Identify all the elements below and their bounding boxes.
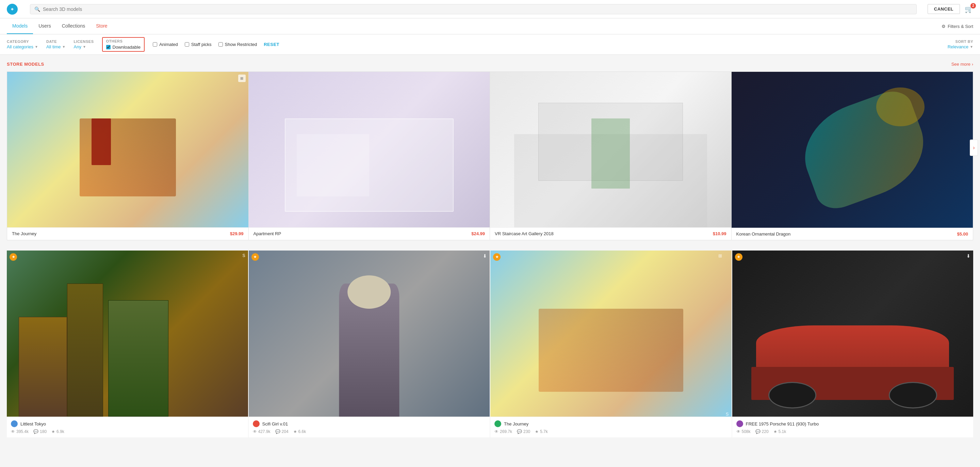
browse-model-card[interactable]: ★ ⬇ FREE 1975 Porsche 911 (930) Turbo bbox=[732, 250, 974, 438]
sort-by-label: SORT BY bbox=[956, 40, 973, 43]
date-select[interactable]: All time ▼ bbox=[46, 44, 66, 49]
browse-thumbnail: ★ ⬇ bbox=[249, 250, 490, 417]
cart-button[interactable]: 🛒 2 bbox=[965, 5, 973, 13]
downloadable-label: Downloadable bbox=[113, 45, 140, 50]
browse-info: FREE 1975 Porsche 911 (930) Turbo 👁 508k… bbox=[732, 417, 974, 437]
browse-title-row: The Journey bbox=[495, 420, 727, 427]
browse-info: Littlest Tokyo 👁 395.4k 💬 180 ★ bbox=[7, 417, 248, 437]
browse-thumbnail: ★ S bbox=[7, 250, 248, 417]
date-chevron: ▼ bbox=[62, 45, 66, 49]
tab-collections[interactable]: Collections bbox=[56, 18, 91, 34]
views-icon: 👁 bbox=[253, 429, 257, 434]
likes-count: 6.9k bbox=[56, 429, 64, 434]
grid-overlay-icon: ⊞ bbox=[238, 75, 246, 82]
animated-checkbox[interactable] bbox=[153, 42, 157, 47]
views-count: 269.7k bbox=[500, 429, 512, 434]
pro-badge: ★ bbox=[251, 253, 259, 261]
show-restricted-checkbox-row[interactable]: Show Restricted bbox=[218, 42, 257, 47]
likes-icon: ★ bbox=[773, 429, 777, 434]
downloadable-checkbox[interactable] bbox=[106, 45, 111, 49]
model-name: Apartment RP bbox=[253, 231, 282, 236]
model-thumbnail: ⊞ bbox=[7, 72, 248, 227]
filters-sort-icon: ⚙ bbox=[942, 24, 946, 29]
cart-badge: 2 bbox=[970, 3, 976, 8]
creator-avatar bbox=[11, 420, 18, 427]
views-stat: 👁 508k bbox=[737, 429, 751, 434]
filters-sort-button[interactable]: ⚙ Filters & Sort bbox=[942, 24, 973, 29]
tab-store[interactable]: Store bbox=[91, 18, 113, 34]
model-price: $5.00 bbox=[957, 231, 968, 237]
model-name: Korean Ornamental Dragon bbox=[737, 231, 791, 237]
browse-stats: 👁 508k 💬 220 ★ 5.1k bbox=[737, 429, 969, 434]
staff-picks-checkbox[interactable] bbox=[185, 42, 189, 47]
comments-stat: 💬 204 bbox=[275, 429, 288, 434]
creator-avatar bbox=[737, 420, 743, 427]
downloadable-checkbox-row[interactable]: Downloadable bbox=[106, 45, 140, 50]
staff-picks-checkbox-row[interactable]: Staff picks bbox=[185, 42, 212, 47]
tab-users[interactable]: Users bbox=[33, 18, 56, 34]
comments-icon: 💬 bbox=[756, 429, 760, 434]
model-thumbnail bbox=[732, 72, 973, 228]
licenses-chevron: ▼ bbox=[83, 45, 86, 49]
search-bar[interactable]: 🔍 bbox=[30, 4, 917, 14]
browse-stats: 👁 427.9k 💬 204 ★ 6.6k bbox=[253, 429, 486, 434]
model-thumbnail bbox=[249, 72, 490, 227]
store-model-card[interactable]: VR Staircase Art Gallery 2018 $10.99 bbox=[490, 72, 732, 240]
likes-count: 6.6k bbox=[298, 429, 306, 434]
download-icon: ⬇ bbox=[966, 253, 970, 259]
licenses-filter: LICENSES Any ▼ bbox=[73, 40, 94, 49]
views-count: 395.4k bbox=[16, 429, 29, 434]
views-stat: 👁 269.7k bbox=[495, 429, 512, 434]
comments-icon: 💬 bbox=[517, 429, 522, 434]
category-value: All categories bbox=[7, 44, 33, 49]
show-restricted-checkbox[interactable] bbox=[218, 42, 223, 47]
category-select[interactable]: All categories ▼ bbox=[7, 44, 38, 49]
licenses-label: LICENSES bbox=[73, 40, 94, 43]
cancel-button[interactable]: CANCEL bbox=[928, 4, 960, 14]
animated-checkbox-row[interactable]: Animated bbox=[153, 42, 178, 47]
category-label: CATEGORY bbox=[7, 40, 38, 43]
store-icon: S bbox=[242, 253, 245, 258]
browse-model-card[interactable]: ★ ⬇ Scifi Girl v.01 👁 427.9k bbox=[249, 250, 490, 438]
store-section-title: STORE MODELS bbox=[7, 62, 44, 67]
download-icon: ⬇ bbox=[483, 253, 487, 259]
likes-count: 5.7k bbox=[540, 429, 548, 434]
model-info: VR Staircase Art Gallery 2018 $10.99 bbox=[490, 227, 731, 240]
pro-badge: ★ bbox=[735, 253, 743, 261]
store-model-card[interactable]: Korean Ornamental Dragon $5.00 bbox=[732, 72, 973, 240]
browse-model-card[interactable]: ★ S Littlest Tokyo 👁 395.4k bbox=[7, 250, 248, 438]
reset-button[interactable]: RESET bbox=[264, 42, 279, 47]
browse-thumbnail: ★ ⬇ bbox=[732, 250, 974, 417]
browse-info: The Journey 👁 269.7k 💬 230 ★ bbox=[490, 417, 732, 437]
date-label: DATE bbox=[46, 40, 66, 43]
logo[interactable] bbox=[7, 4, 18, 14]
browse-stats: 👁 395.4k 💬 180 ★ 6.9k bbox=[11, 429, 244, 434]
staff-picks-label: Staff picks bbox=[191, 42, 212, 47]
likes-stat: ★ 5.7k bbox=[535, 429, 548, 434]
search-icon: 🔍 bbox=[34, 6, 40, 12]
licenses-select[interactable]: Any ▼ bbox=[73, 44, 94, 49]
comments-stat: 💬 180 bbox=[33, 429, 47, 434]
likes-count: 5.1k bbox=[778, 429, 786, 434]
filter-bar: CATEGORY All categories ▼ DATE All time … bbox=[0, 34, 980, 55]
search-input[interactable] bbox=[43, 6, 912, 12]
filters-sort-label: Filters & Sort bbox=[948, 24, 973, 29]
views-icon: 👁 bbox=[737, 429, 740, 434]
tab-models[interactable]: Models bbox=[7, 18, 33, 34]
views-icon: 👁 bbox=[495, 429, 498, 434]
browse-model-name: The Journey bbox=[504, 421, 528, 427]
browse-info: Scifi Girl v.01 👁 427.9k 💬 204 ★ bbox=[249, 417, 490, 437]
store-model-card[interactable]: ⊞ The Journey $29.99 bbox=[7, 72, 249, 240]
browse-model-name: FREE 1975 Porsche 911 (930) Turbo bbox=[746, 421, 819, 427]
category-filter: CATEGORY All categories ▼ bbox=[7, 40, 38, 49]
likes-icon: ★ bbox=[51, 429, 55, 434]
browse-model-card[interactable]: ★ ⊞ S The Journey 👁 269.7k bbox=[490, 250, 732, 438]
sort-select[interactable]: Relevance ▼ bbox=[948, 44, 973, 49]
see-more-button[interactable]: See more › bbox=[951, 62, 973, 67]
animated-label: Animated bbox=[159, 42, 178, 47]
model-price: $10.99 bbox=[713, 231, 727, 236]
carousel-next-button[interactable]: › bbox=[970, 140, 978, 156]
model-info: Korean Ornamental Dragon $5.00 bbox=[732, 228, 973, 240]
comments-icon: 💬 bbox=[33, 429, 38, 434]
store-model-card[interactable]: Apartment RP $24.99 bbox=[249, 72, 490, 240]
